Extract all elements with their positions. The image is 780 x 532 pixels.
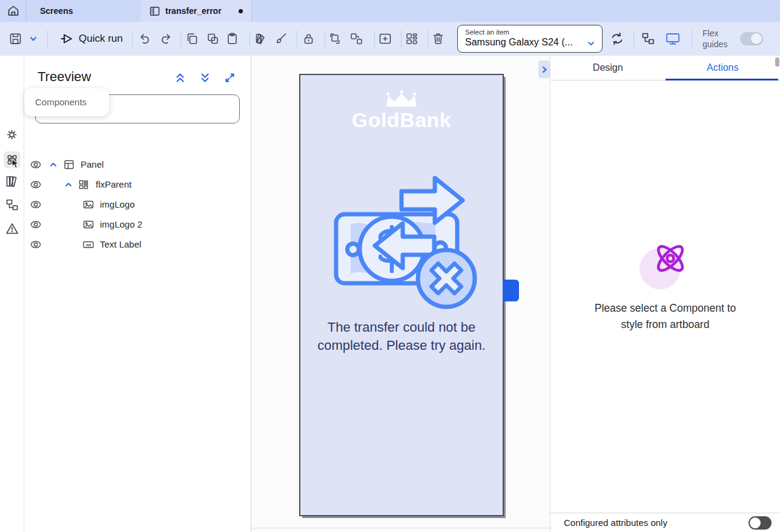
- flex-guides-label: Flex guides: [702, 28, 735, 50]
- toggle-knob: [751, 33, 762, 44]
- trash-icon[interactable]: [431, 32, 445, 46]
- visibility-eye-icon[interactable]: [30, 179, 42, 191]
- transfer-error-illustration: [330, 163, 486, 311]
- hierarchy-tree-icon[interactable]: [4, 196, 21, 213]
- tree-item-label[interactable]: imgLogo 2: [100, 219, 142, 229]
- visibility-eye-icon[interactable]: [30, 238, 42, 251]
- tree-row-imglogo[interactable]: imgLogo: [24, 194, 251, 214]
- theme-palette-icon[interactable]: [254, 32, 268, 46]
- left-icon-rail: [0, 56, 24, 532]
- group-icon[interactable]: [328, 31, 343, 46]
- save-options-chevron-icon[interactable]: [28, 33, 39, 44]
- collapse-all-icon[interactable]: [174, 71, 187, 84]
- save-button[interactable]: [8, 32, 22, 46]
- tab-actions[interactable]: Actions: [666, 56, 780, 80]
- right-properties-panel: Design Actions Please select a Component…: [550, 56, 780, 532]
- components-grid-icon[interactable]: [405, 31, 419, 46]
- panel-icon: [63, 159, 75, 171]
- collapse-right-panel-button[interactable]: [538, 61, 550, 78]
- visibility-eye-icon[interactable]: [30, 199, 42, 211]
- tree-item-label[interactable]: Panel: [81, 159, 104, 169]
- duplicate-icon[interactable]: [206, 32, 220, 46]
- undo-icon[interactable]: [138, 32, 152, 46]
- chevron-up-icon[interactable]: [48, 160, 58, 169]
- image-icon: [82, 218, 94, 231]
- copy-icon[interactable]: [185, 32, 199, 46]
- chevron-right-icon: [540, 65, 549, 74]
- empty-state: Please select a Component to style from …: [550, 237, 780, 333]
- mouse-cursor-icon: [12, 159, 20, 169]
- quick-run-button[interactable]: Quick run: [59, 31, 123, 46]
- visibility-eye-icon[interactable]: [30, 218, 42, 231]
- toggle-knob: [750, 517, 761, 528]
- home-button[interactable]: [0, 0, 27, 22]
- library-books-icon[interactable]: [4, 173, 21, 190]
- configured-attributes-toggle[interactable]: [749, 516, 772, 530]
- tab-screens[interactable]: Screens: [27, 0, 140, 22]
- device-selector-caption: Select an item: [465, 28, 509, 36]
- paste-icon[interactable]: [225, 32, 239, 46]
- top-tab-bar: Screens transfer_error: [0, 0, 780, 22]
- scrollbar-thumb[interactable]: [775, 57, 779, 67]
- monitor-icon[interactable]: [665, 31, 681, 47]
- visibility-eye-icon[interactable]: [30, 159, 42, 171]
- active-tab-underline: [666, 79, 778, 80]
- chevron-up-icon[interactable]: [64, 180, 73, 189]
- right-panel-tabs: Design Actions: [550, 56, 780, 80]
- tree-row-panel[interactable]: Panel: [24, 154, 251, 174]
- main-toolbar: Quick run: [0, 22, 780, 56]
- right-panel-footer: Configured attributes only: [550, 513, 780, 532]
- redo-icon[interactable]: [159, 32, 173, 46]
- text-label-icon: AB: [82, 238, 94, 251]
- expand-all-icon[interactable]: [199, 71, 211, 84]
- unsaved-changes-dot: [239, 9, 243, 13]
- image-icon: [82, 199, 94, 211]
- canvas-area: GoldBank The transfer could not be compl…: [251, 56, 550, 532]
- ungroup-icon[interactable]: [349, 31, 363, 46]
- tree-row-text-label[interactable]: AB Text Label: [24, 234, 251, 254]
- brand-name: GoldBank: [300, 108, 503, 132]
- configured-attributes-label: Configured attributes only: [564, 517, 667, 528]
- play-icon: [59, 31, 74, 46]
- tree-item-label[interactable]: imgLogo: [100, 199, 135, 209]
- svg-text:AB: AB: [86, 242, 91, 246]
- components-tooltip: Components: [24, 88, 109, 116]
- add-folder-icon[interactable]: [378, 31, 392, 46]
- artboard-blue-handle[interactable]: [503, 280, 519, 301]
- hierarchy-icon[interactable]: [641, 31, 655, 46]
- warning-triangle-icon[interactable]: [4, 220, 21, 237]
- tab-design[interactable]: Design: [550, 56, 666, 80]
- tab-screens-label: Screens: [40, 6, 73, 16]
- brush-icon[interactable]: [274, 32, 288, 46]
- fullscreen-expand-icon[interactable]: [223, 71, 236, 84]
- crown-icon: [380, 90, 423, 108]
- tree-row-imglogo-2[interactable]: imgLogo 2: [24, 214, 251, 234]
- tree-item-label[interactable]: Text Label: [100, 239, 141, 249]
- treeview-title: Treeview: [38, 69, 91, 85]
- tab-transfer-error-label: transfer_error: [165, 6, 222, 16]
- error-message: The transfer could not be completed. Ple…: [309, 318, 494, 355]
- device-selector-dropdown[interactable]: Select an item Samsung Galaxy S24 (...: [457, 25, 603, 53]
- components-atom-icon[interactable]: [4, 151, 21, 168]
- flex-guides-toggle[interactable]: [740, 32, 763, 45]
- brand-logo: GoldBank: [300, 90, 503, 132]
- lock-icon[interactable]: [302, 32, 316, 46]
- sync-icon[interactable]: [609, 31, 625, 47]
- screen-document-icon: [149, 5, 160, 17]
- atom-icon: [649, 237, 692, 280]
- settings-gear-icon[interactable]: [4, 126, 21, 143]
- tree-list: Panel flxParent imgLogo: [24, 154, 251, 254]
- tab-transfer-error[interactable]: transfer_error: [140, 0, 252, 22]
- chevron-down-icon: [586, 39, 596, 48]
- home-icon: [7, 4, 20, 18]
- canvas-divider: [251, 528, 550, 528]
- tree-row-flxparent[interactable]: flxParent: [24, 174, 251, 194]
- phone-artboard[interactable]: GoldBank The transfer could not be compl…: [299, 74, 504, 516]
- empty-state-message: Please select a Component to style from …: [590, 300, 741, 333]
- flex-container-icon: [78, 179, 90, 190]
- device-selector-value: Samsung Galaxy S24 (...: [465, 36, 573, 48]
- quick-run-label: Quick run: [79, 33, 123, 45]
- treeview-panel: Treeview Components: [24, 56, 251, 532]
- tree-item-label[interactable]: flxParent: [96, 179, 131, 189]
